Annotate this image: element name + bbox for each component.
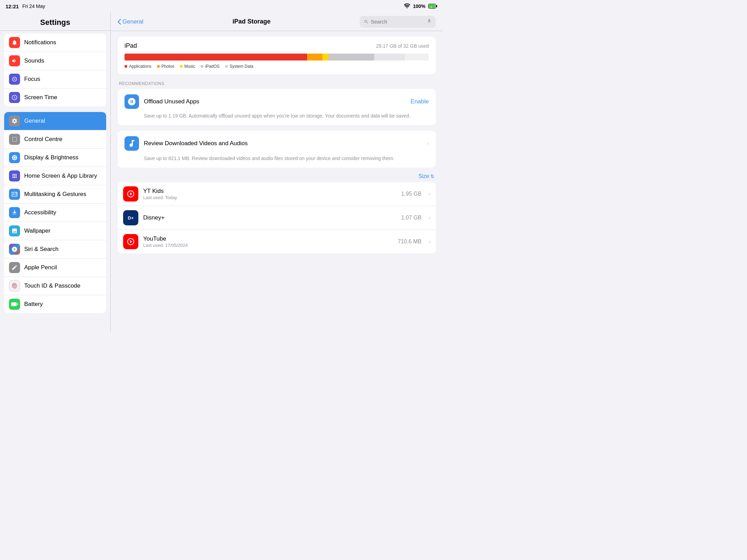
battery-icon: ⚡ (428, 4, 437, 9)
ytkids-name: YT Kids (143, 188, 396, 195)
wifi-icon (404, 3, 410, 9)
storage-header: iPad 29.17 GB of 32 GB used (124, 42, 429, 49)
legend-photos: Photos (157, 64, 174, 69)
sidebar-item-display[interactable]: Display & Brightness (4, 149, 106, 167)
content-body: iPad 29.17 GB of 32 GB used Applications (111, 31, 443, 332)
mic-button[interactable] (427, 18, 432, 26)
content-area: General iPad Storage iPad 29.17 GB of 32… (111, 12, 443, 332)
youtube-size: 710.6 MB (398, 239, 421, 245)
app-list-item-youtube[interactable]: YouTube Last used: 17/05/2024 710.6 MB › (118, 230, 436, 253)
storage-bar (124, 54, 429, 60)
multitasking-icon (9, 189, 20, 200)
sidebar-item-label-battery: Battery (24, 301, 101, 308)
search-icon (364, 19, 369, 24)
bar-music (322, 54, 329, 60)
offload-title: Offload Unused Apps (144, 98, 406, 105)
rec-row-offload: Offload Unused Apps Enable (124, 94, 429, 109)
status-right: 100% ⚡ (404, 3, 437, 9)
svg-rect-6 (17, 304, 18, 305)
legend-dot-ipados (201, 65, 203, 68)
ytkids-lastused: Last used: Today (143, 195, 396, 200)
sidebar-item-label-controlcentre: Control Centre (24, 136, 101, 143)
sidebar-item-label-applepencil: Apple Pencil (24, 264, 101, 271)
ytkids-icon (123, 186, 138, 202)
svg-rect-7 (11, 302, 16, 306)
app-list-item-ytkids[interactable]: YT Kids Last used: Today 1.95 GB › (118, 182, 436, 206)
sidebar-item-sounds[interactable]: Sounds (4, 52, 106, 70)
offload-description: Save up to 1.19 GB. Automatically offloa… (124, 112, 429, 120)
rec-card-videos[interactable]: Review Downloaded Videos and Audios › Sa… (118, 131, 436, 168)
sort-button[interactable]: Size ⇅ (418, 173, 434, 179)
sidebar-item-focus[interactable]: Focus (4, 70, 106, 88)
sidebar-item-applepencil[interactable]: Apple Pencil (4, 259, 106, 277)
touchid-icon (9, 280, 20, 291)
sidebar-item-label-general: General (24, 118, 101, 124)
sidebar-item-label-wallpaper: Wallpaper (24, 227, 101, 234)
bar-ipados (329, 54, 374, 60)
sidebar-item-multitasking[interactable]: Multitasking & Gestures (4, 185, 106, 204)
ytkids-size: 1.95 GB (401, 191, 422, 197)
applepencil-icon (9, 262, 20, 273)
ytkids-info: YT Kids Last used: Today (143, 188, 396, 200)
sort-label: Size (418, 173, 429, 179)
youtube-name: YouTube (143, 235, 393, 242)
sidebar-item-label-touchid: Touch ID & Passcode (24, 282, 101, 289)
focus-icon (9, 74, 20, 85)
accessibility-icon (9, 207, 20, 218)
sidebar-item-homescreen[interactable]: Home Screen & App Library (4, 167, 106, 185)
storage-card: iPad 29.17 GB of 32 GB used Applications (118, 37, 436, 74)
videos-title: Review Downloaded Videos and Audios (144, 140, 422, 147)
legend-music: Music (180, 64, 195, 69)
search-bar (360, 16, 436, 28)
screentime-icon (9, 92, 20, 103)
svg-text:⚡: ⚡ (430, 5, 434, 9)
ytkids-chevron: › (428, 191, 430, 197)
youtube-info: YouTube Last used: 17/05/2024 (143, 235, 393, 248)
controlcentre-icon (9, 134, 20, 145)
sidebar-item-label-homescreen: Home Screen & App Library (24, 172, 101, 179)
sidebar-item-siri[interactable]: Siri & Search (4, 240, 106, 259)
youtube-lastused: Last used: 17/05/2024 (143, 243, 393, 248)
disney-name: Disney+ (143, 214, 396, 221)
sidebar-item-label-focus: Focus (24, 76, 101, 83)
chevron-right-icon: › (427, 140, 429, 147)
youtube-icon (123, 234, 138, 249)
sort-row: Size ⇅ (118, 173, 436, 179)
bar-systemdata (374, 54, 405, 60)
sidebar-item-controlcentre[interactable]: Control Centre (4, 130, 106, 149)
content-header: General iPad Storage (111, 12, 443, 31)
sidebar-group-2: General Control Centre Display & Brightn… (4, 112, 106, 313)
sidebar-item-label-sounds: Sounds (24, 57, 101, 64)
sidebar-item-screentime[interactable]: Screen Time (4, 88, 106, 106)
sidebar-item-battery[interactable]: Battery (4, 295, 106, 313)
legend-dot-applications (124, 65, 127, 68)
disney-icon: D+ (123, 210, 138, 225)
offload-icon (124, 94, 139, 109)
disney-info: Disney+ (143, 214, 396, 221)
app-list-item-disney[interactable]: D+ Disney+ 1.07 GB › (118, 206, 436, 230)
search-input[interactable] (371, 19, 423, 25)
recommendations-label: RECOMMENDATIONS (118, 81, 436, 86)
sort-icon: ⇅ (430, 174, 434, 179)
back-label: General (122, 18, 143, 25)
videos-icon (124, 136, 139, 151)
videos-description: Save up to 821.1 MB. Review downloaded v… (124, 155, 429, 162)
back-button[interactable]: General (118, 18, 143, 25)
sidebar-item-general[interactable]: General (4, 112, 106, 130)
app-list: YT Kids Last used: Today 1.95 GB › D+ Di… (118, 182, 436, 253)
sidebar-title: Settings (0, 12, 110, 30)
notifications-icon (9, 37, 20, 48)
sidebar-item-label-siri: Siri & Search (24, 246, 101, 253)
svg-point-4 (14, 210, 15, 211)
sidebar: Settings Notifications Sounds Focus (0, 12, 111, 332)
sidebar-item-accessibility[interactable]: Accessibility (4, 204, 106, 222)
sidebar-item-notifications[interactable]: Notifications (4, 34, 106, 52)
general-icon (9, 115, 20, 127)
legend-systemdata: System Data (225, 64, 253, 69)
sidebar-item-label-screentime: Screen Time (24, 94, 101, 101)
rec-card-offload: Offload Unused Apps Enable Save up to 1.… (118, 89, 436, 125)
enable-button[interactable]: Enable (411, 98, 429, 105)
sidebar-item-touchid[interactable]: Touch ID & Passcode (4, 277, 106, 295)
device-name: iPad (124, 42, 137, 49)
sidebar-item-wallpaper[interactable]: Wallpaper (4, 222, 106, 240)
